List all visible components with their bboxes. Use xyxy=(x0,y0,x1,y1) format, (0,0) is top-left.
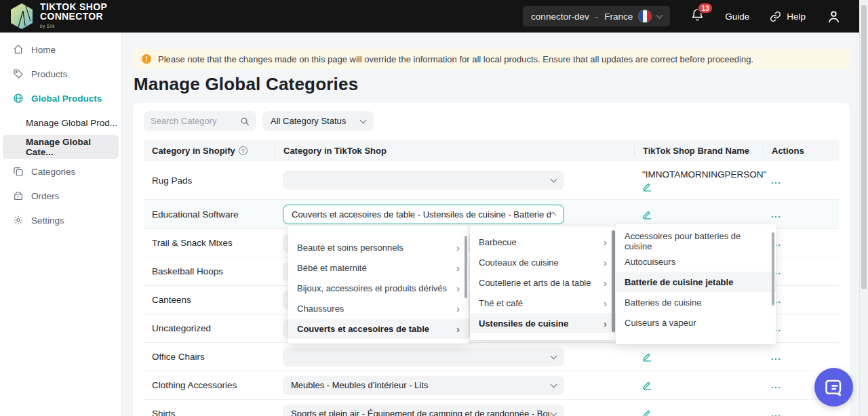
cascader-option-selected[interactable]: Batterie de cuisine jetable xyxy=(616,272,776,292)
shopify-category: Trail & Snack Mixes xyxy=(144,238,275,248)
cascader-option[interactable]: Bébé et maternité› xyxy=(288,257,469,278)
chevron-right-icon: › xyxy=(456,243,460,253)
brand-name: "IMNOTAMORNINGPERSON" xyxy=(642,169,766,180)
sidebar-item-home[interactable]: Home xyxy=(0,37,121,62)
cascader-option[interactable]: Bijoux, accessoires et produits dérivés› xyxy=(288,278,469,298)
page-scrollbar[interactable] xyxy=(859,0,868,416)
cascader-option[interactable]: Thé et café› xyxy=(470,293,616,313)
filter-value: All Category Status xyxy=(271,116,346,126)
edit-brand-button pencil-icon[interactable] xyxy=(642,182,652,192)
gear-icon xyxy=(13,215,24,226)
chevron-up-icon xyxy=(550,212,557,219)
notifications-button[interactable]: 13 xyxy=(690,7,705,25)
sidebar-item-manage-global-categories[interactable]: Manage Global Cate... xyxy=(3,135,119,159)
help-link[interactable]: Help xyxy=(770,11,806,22)
chevron-right-icon: › xyxy=(604,237,607,247)
scrollbar-thumb[interactable] xyxy=(861,5,867,289)
col-category-shopify: Category in Shopify ? xyxy=(144,145,275,157)
cascader-option[interactable]: Batteries de cuisine xyxy=(616,292,776,312)
tiktok-category-select[interactable] xyxy=(283,348,564,367)
chevron-right-icon: › xyxy=(604,318,607,329)
notification-badge: 13 xyxy=(698,3,713,14)
cascader-option-selected[interactable]: Couverts et accesoires de table› xyxy=(288,318,469,339)
panel-scrollbar[interactable] xyxy=(465,236,467,298)
category-cascader-level1: Beauté et soins personnels› Bébé et mate… xyxy=(288,226,469,344)
edit-brand-button pencil-icon[interactable] xyxy=(642,352,652,362)
tiktok-category-select[interactable]: Meubles - Meubles d’intérieur - Lits xyxy=(283,376,564,395)
chat-widget-button[interactable] xyxy=(814,368,853,407)
shopify-category: Basketball Hoops xyxy=(144,266,275,276)
search-input[interactable] xyxy=(151,116,236,126)
warning-text: Please note that the changes made on thi… xyxy=(158,54,753,64)
cascader-option[interactable]: Autocuiseurs xyxy=(616,251,776,272)
link-icon xyxy=(770,11,781,22)
shopify-category: Educational Software xyxy=(144,209,275,220)
top-header: TIKTOK SHOP CONNECTOR by Silk connector-… xyxy=(0,0,859,33)
logo-text: TIKTOK SHOP CONNECTOR by Silk xyxy=(40,2,107,31)
panel-scrollbar[interactable] xyxy=(612,230,615,332)
category-status-filter[interactable]: All Category Status xyxy=(262,111,374,131)
cascader-option[interactable]: Coutellerie et arts de la table› xyxy=(470,272,616,293)
guide-link[interactable]: Guide xyxy=(725,12,749,22)
col-brand-name: TikTok Shop Brand Name xyxy=(634,145,763,157)
edit-brand-button pencil-icon[interactable] xyxy=(642,409,652,416)
account-button profile-icon[interactable] xyxy=(826,9,842,24)
cascader-option[interactable]: Barbecue› xyxy=(470,232,616,252)
shopify-category: Shirts xyxy=(144,409,275,416)
cascader-option[interactable]: Accessoires pour batteries de cuisine xyxy=(616,231,776,251)
chevron-down-icon xyxy=(360,117,367,123)
col-actions: Actions xyxy=(763,145,839,157)
chevron-right-icon: › xyxy=(456,304,460,314)
chat-bubble-icon xyxy=(824,377,844,398)
sidebar-item-products[interactable]: Products xyxy=(0,62,121,86)
col-category-tiktok: Category in TikTok Shop xyxy=(275,145,634,157)
table-header: Category in Shopify ? Category in TikTok… xyxy=(144,140,839,161)
cascader-option-selected[interactable]: Ustensiles de cuisine› xyxy=(470,313,616,333)
tiktok-category-select[interactable] xyxy=(283,171,564,190)
store-separator: - xyxy=(595,12,599,22)
row-actions-button more-icon[interactable]: ... xyxy=(771,209,781,220)
sidebar-item-categories[interactable]: Categories xyxy=(0,159,121,184)
tiktok-category-select[interactable]: Sports et plein air - Équipement de camp… xyxy=(283,404,564,416)
chevron-down-icon xyxy=(551,176,557,183)
row-actions-button more-icon[interactable]: ... xyxy=(771,380,781,390)
row-actions-button more-icon[interactable]: ... xyxy=(771,352,781,362)
tag-icon xyxy=(13,68,24,79)
store-name: connector-dev xyxy=(531,12,589,22)
sidebar-item-settings[interactable]: Settings xyxy=(0,208,121,232)
table-row: Office Chairs ... xyxy=(144,343,839,371)
chevron-down-icon xyxy=(551,381,557,388)
copy-icon xyxy=(13,166,24,177)
logo-hexagon-icon xyxy=(9,3,34,30)
cascader-option[interactable]: Couteaux de cuisine› xyxy=(470,252,616,272)
cascader-option[interactable]: Beauté et soins personnels› xyxy=(288,237,469,257)
edit-brand-button pencil-icon[interactable] xyxy=(642,209,652,220)
chevron-down-icon xyxy=(656,12,663,19)
store-selector[interactable]: connector-dev - France xyxy=(523,6,670,26)
edit-brand-button pencil-icon[interactable] xyxy=(642,380,652,390)
search-category-box[interactable] xyxy=(144,111,256,131)
search-icon xyxy=(240,117,250,126)
france-flag-icon xyxy=(639,10,651,22)
help-circle-icon[interactable]: ? xyxy=(239,146,248,155)
chevron-down-icon xyxy=(551,409,557,416)
row-actions-button more-icon[interactable]: ... xyxy=(771,409,781,416)
home-icon xyxy=(13,44,24,55)
app-logo[interactable]: TIKTOK SHOP CONNECTOR by Silk xyxy=(9,2,110,31)
chevron-right-icon: › xyxy=(604,278,607,288)
sidebar-item-manage-global-products[interactable]: Manage Global Prod... xyxy=(0,110,121,135)
chevron-down-icon xyxy=(551,352,557,359)
warning-banner: ! Please note that the changes made on t… xyxy=(133,49,850,69)
panel-scrollbar[interactable] xyxy=(772,232,774,306)
cascader-option[interactable]: Cuiseurs à vapeur xyxy=(616,312,776,333)
chevron-right-icon: › xyxy=(604,257,607,268)
sidebar-item-orders[interactable]: Orders xyxy=(0,184,121,208)
tiktok-category-select-open[interactable]: Couverts et accesoires de table - Ustens… xyxy=(283,205,564,224)
sidebar-item-global-products[interactable]: Global Products xyxy=(0,86,121,110)
category-cascader-level2: Barbecue› Couteaux de cuisine› Couteller… xyxy=(470,226,616,340)
row-actions-button more-icon[interactable]: ... xyxy=(771,175,781,186)
table-row: Rug Pads "IMNOTAMORNINGPERSON" ... xyxy=(144,161,839,200)
cascader-option[interactable]: Chaussures› xyxy=(288,298,469,318)
sidebar: Home Products Global Products Manage Glo… xyxy=(0,33,122,416)
page-title: Manage Global Categories xyxy=(134,74,358,95)
